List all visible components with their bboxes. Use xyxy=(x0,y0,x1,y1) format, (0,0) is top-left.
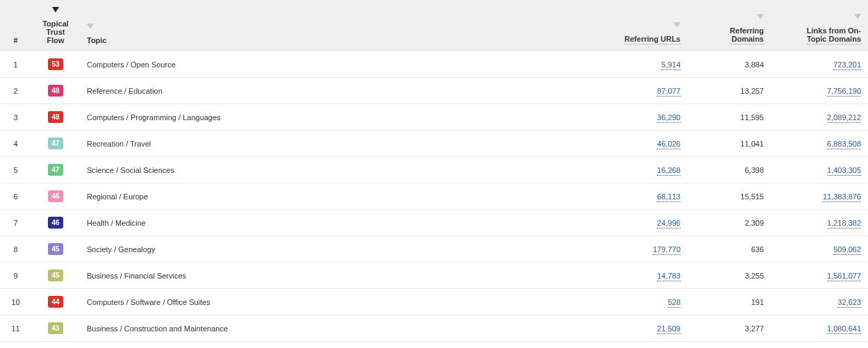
header-refd-label: ReferringDomains xyxy=(730,26,764,44)
row-index: 4 xyxy=(0,131,31,157)
links-link[interactable]: 11,383,876 xyxy=(823,192,861,202)
refu-cell: 21,509 xyxy=(597,315,687,342)
table-row: 945Business / Financial Services14,7833,… xyxy=(0,263,868,289)
refu-link[interactable]: 5,914 xyxy=(661,60,681,70)
row-index: 6 xyxy=(0,183,31,210)
topic-cell: Recreation / Travel xyxy=(80,131,597,157)
links-link[interactable]: 1,561,077 xyxy=(827,272,861,281)
links-cell: 1,016,702 xyxy=(771,342,868,349)
ttf-cell: 53 xyxy=(31,51,80,78)
links-cell: 1,218,382 xyxy=(771,210,868,236)
refu-cell: 36,290 xyxy=(597,104,687,131)
ttf-cell: 43 xyxy=(31,342,80,349)
header-ttf[interactable]: TopicalTrust Flow xyxy=(31,0,80,51)
svg-marker-3 xyxy=(757,14,764,19)
refu-cell: 5,914 xyxy=(597,51,687,78)
ttf-badge: 45 xyxy=(48,270,63,281)
topic-cell: Business / Financial Services xyxy=(80,263,597,289)
ttf-badge: 47 xyxy=(48,164,63,176)
links-link[interactable]: 1,080,641 xyxy=(827,324,861,334)
topic-cell: Reference / Education xyxy=(80,78,597,104)
refu-link[interactable]: 179,770 xyxy=(653,245,681,255)
links-cell: 32,623 xyxy=(771,289,868,315)
table-row: 153Computers / Open Source5,9143,884723,… xyxy=(0,51,868,78)
links-cell: 7,756,190 xyxy=(771,78,868,104)
refu-link[interactable]: 21,509 xyxy=(657,324,681,334)
links-cell: 11,383,876 xyxy=(771,183,868,210)
refd-cell: 11,595 xyxy=(687,104,771,131)
refu-cell: 46,026 xyxy=(597,131,687,157)
table-row: 1143Business / Construction and Maintena… xyxy=(0,315,868,342)
row-index: 9 xyxy=(0,263,31,289)
refd-cell: 636 xyxy=(687,236,771,263)
links-cell: 1,561,077 xyxy=(771,263,868,289)
refd-cell: 15,515 xyxy=(687,183,771,210)
row-index: 2 xyxy=(0,78,31,104)
header-refu[interactable]: Referring URLs xyxy=(597,0,687,51)
refu-link[interactable]: 46,026 xyxy=(657,140,681,149)
sort-neutral-icon xyxy=(694,13,764,21)
header-topic[interactable]: Topic xyxy=(80,0,597,51)
table-row: 845Society / Genealogy179,770636509,062 xyxy=(0,236,868,263)
table-row: 1243Computers / Software / Internet13,33… xyxy=(0,342,868,349)
refu-link[interactable]: 36,290 xyxy=(657,113,681,123)
row-index: 3 xyxy=(0,104,31,131)
ttf-cell: 43 xyxy=(31,315,80,342)
topic-cell: Computers / Software / Office Suites xyxy=(80,289,597,315)
refd-cell: 2,309 xyxy=(687,210,771,236)
refu-link[interactable]: 16,268 xyxy=(657,166,681,176)
refu-cell: 87,077 xyxy=(597,78,687,104)
refd-cell: 5,797 xyxy=(687,342,771,349)
table-header-row: # TopicalTrust Flow Topic Referring URLs xyxy=(0,0,868,51)
topical-trust-table: # TopicalTrust Flow Topic Referring URLs xyxy=(0,0,868,348)
refu-cell: 179,770 xyxy=(597,236,687,263)
refu-cell: 13,334 xyxy=(597,342,687,349)
links-link[interactable]: 6,883,508 xyxy=(827,140,861,149)
header-refd[interactable]: ReferringDomains xyxy=(687,0,771,51)
links-link[interactable]: 2,089,212 xyxy=(827,113,861,123)
row-index: 11 xyxy=(0,315,31,342)
ttf-cell: 46 xyxy=(31,183,80,210)
ttf-cell: 44 xyxy=(31,289,80,315)
refu-link[interactable]: 24,996 xyxy=(657,219,681,229)
header-index[interactable]: # xyxy=(0,0,31,51)
ttf-cell: 47 xyxy=(31,131,80,157)
refu-cell: 528 xyxy=(597,289,687,315)
svg-marker-4 xyxy=(854,14,861,19)
topic-cell: Society / Genealogy xyxy=(80,236,597,263)
refu-link[interactable]: 68,113 xyxy=(657,192,681,202)
links-cell: 509,062 xyxy=(771,236,868,263)
links-link[interactable]: 723,201 xyxy=(833,60,861,70)
ttf-cell: 48 xyxy=(31,104,80,131)
topic-cell: Business / Construction and Maintenance xyxy=(80,315,597,342)
refu-link[interactable]: 528 xyxy=(668,298,681,308)
links-link[interactable]: 7,756,190 xyxy=(827,87,861,97)
links-link[interactable]: 32,623 xyxy=(837,298,861,308)
header-links[interactable]: Links from On-Topic Domains xyxy=(771,0,868,51)
topic-cell: Computers / Programming / Languages xyxy=(80,104,597,131)
data-table: # TopicalTrust Flow Topic Referring URLs xyxy=(0,0,868,348)
refd-cell: 191 xyxy=(687,289,771,315)
refd-cell: 13,257 xyxy=(687,78,771,104)
row-index: 8 xyxy=(0,236,31,263)
links-cell: 1,080,641 xyxy=(771,315,868,342)
refu-link[interactable]: 14,783 xyxy=(657,272,681,281)
refu-link[interactable]: 87,077 xyxy=(657,87,681,97)
links-link[interactable]: 1,218,382 xyxy=(827,219,861,229)
refu-cell: 16,268 xyxy=(597,157,687,183)
ttf-badge: 53 xyxy=(48,58,63,70)
row-index: 1 xyxy=(0,51,31,78)
links-cell: 1,403,305 xyxy=(771,157,868,183)
refd-cell: 3,884 xyxy=(687,51,771,78)
table-row: 1044Computers / Software / Office Suites… xyxy=(0,289,868,315)
refd-cell: 3,255 xyxy=(687,263,771,289)
links-link[interactable]: 509,062 xyxy=(833,245,861,255)
ttf-badge: 48 xyxy=(48,111,63,123)
svg-marker-2 xyxy=(674,22,681,28)
ttf-cell: 45 xyxy=(31,263,80,289)
row-index: 10 xyxy=(0,289,31,315)
links-link[interactable]: 1,403,305 xyxy=(827,166,861,176)
header-ttf-label: TopicalTrust Flow xyxy=(38,19,73,44)
ttf-cell: 46 xyxy=(31,210,80,236)
links-cell: 723,201 xyxy=(771,51,868,78)
